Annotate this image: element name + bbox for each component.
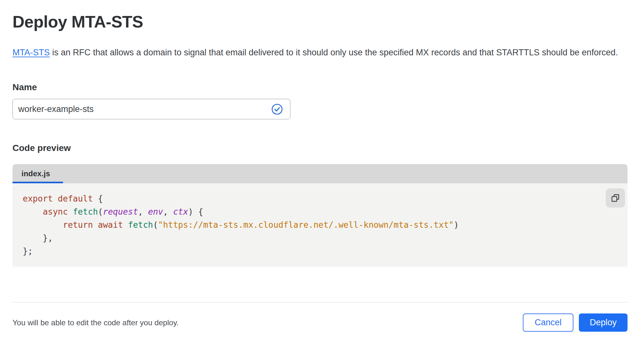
footer-note: You will be able to edit the code after … [12, 318, 179, 327]
footer-actions: Cancel Deploy [523, 313, 628, 332]
tab-label: index.js [21, 169, 50, 178]
deploy-mta-sts-page: Deploy MTA-STS MTA-STS is an RFC that al… [0, 0, 640, 332]
cancel-button[interactable]: Cancel [523, 313, 573, 332]
code-block: export default { async fetch(request, en… [23, 192, 599, 258]
tab-index-js[interactable]: index.js [12, 164, 59, 183]
code-body: export default { async fetch(request, en… [12, 183, 628, 267]
name-input[interactable]: worker-example-sts [12, 99, 290, 119]
copy-icon [611, 194, 620, 202]
footer-divider [12, 302, 628, 303]
description-text: MTA-STS is an RFC that allows a domain t… [12, 45, 619, 60]
check-circle-icon [271, 103, 283, 115]
code-preview-label: Code preview [12, 143, 628, 153]
name-label: Name [12, 82, 628, 92]
description-body: is an RFC that allows a domain to signal… [50, 48, 618, 57]
deploy-button[interactable]: Deploy [579, 313, 628, 332]
code-preview-card: index.js export default { async fetch(re… [12, 164, 628, 267]
code-tabbar: index.js [12, 164, 628, 183]
footer: You will be able to edit the code after … [12, 313, 628, 332]
page-title: Deploy MTA-STS [12, 0, 628, 31]
copy-code-button[interactable] [606, 188, 625, 208]
mta-sts-link[interactable]: MTA-STS [12, 48, 50, 57]
name-input-value: worker-example-sts [18, 104, 94, 114]
